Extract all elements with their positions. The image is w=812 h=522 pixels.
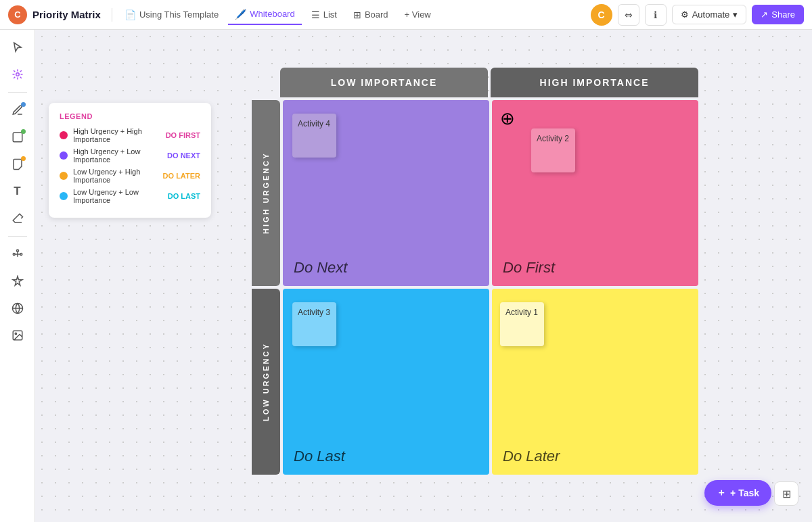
grid-icon: ⊞ — [782, 488, 791, 500]
sticky-activity1[interactable]: Activity 1 — [500, 302, 544, 346]
row-label-low-urgency: LOW URGENCY — [252, 289, 280, 475]
quadrant-do-later[interactable]: Activity 1 Do Later — [492, 289, 698, 475]
quadrant-do-first[interactable]: ⊕ Activity 2 Do First — [492, 100, 698, 286]
legend-dot-do-last — [60, 192, 68, 200]
board-icon: ⊞ — [353, 9, 361, 20]
add-task-button[interactable]: ＋ + Task — [704, 480, 771, 506]
top-navigation: C Priority Matrix 📄 Using This Template … — [0, 0, 812, 30]
legend-label-do-later: Low Urgency + High Importance — [73, 168, 158, 184]
quadrant-label-do-first: Do First — [503, 259, 555, 277]
legend-label-do-next: High Urgency + Low Importance — [73, 147, 162, 164]
toolbar-separator-1 — [8, 92, 27, 93]
topnav-right-actions: C ⇔ ℹ ⚙ Automate ▾ ↗ Share — [591, 4, 804, 26]
legend-label-do-last: Low Urgency + Low Importance — [73, 188, 162, 204]
legend-panel: LEGEND High Urgency + High Importance DO… — [49, 103, 211, 218]
sticky-activity4[interactable]: Activity 4 — [292, 114, 336, 158]
left-toolbar: T — [0, 30, 35, 522]
quadrant-do-next[interactable]: Activity 4 Do Next — [283, 100, 489, 286]
matrix-column-headers: LOW IMPORTANCE HIGH IMPORTANCE — [280, 68, 698, 97]
svg-point-3 — [20, 254, 22, 256]
chevron-down-icon: ▾ — [733, 9, 738, 20]
svg-point-0 — [16, 73, 19, 76]
matrix-grid: Activity 4 Do Next ⊕ Activity 2 Do First — [283, 100, 698, 475]
whiteboard-icon: 🖊️ — [235, 9, 246, 20]
legend-label-do-first: High Urgency + High Importance — [73, 127, 160, 143]
matrix-row-labels: HIGH URGENCY LOW URGENCY — [252, 100, 280, 475]
legend-action-do-first: DO FIRST — [166, 131, 200, 139]
row-label-high-urgency: HIGH URGENCY — [252, 100, 280, 286]
tab-add-view[interactable]: + View — [398, 5, 438, 24]
svg-point-2 — [13, 254, 15, 256]
legend-dot-do-first — [60, 131, 68, 139]
info-icon[interactable]: ℹ — [645, 4, 667, 26]
legend-title: LEGEND — [60, 112, 200, 120]
grid-view-button[interactable]: ⊞ — [774, 481, 798, 506]
nav-separator — [112, 8, 112, 22]
legend-item-do-later: Low Urgency + High Importance DO LATER — [60, 168, 200, 184]
pen-tool[interactable] — [5, 98, 30, 122]
ai-tool[interactable] — [5, 62, 30, 87]
toolbar-separator-2 — [8, 236, 27, 237]
svg-point-7 — [15, 333, 16, 334]
legend-item-do-first: High Urgency + High Importance DO FIRST — [60, 127, 200, 143]
legend-dot-do-next — [60, 151, 68, 160]
legend-action-do-last: DO LAST — [168, 192, 200, 200]
matrix-body: HIGH URGENCY LOW URGENCY Activity 4 Do N… — [252, 100, 698, 475]
legend-item-do-last: Low Urgency + Low Importance DO LAST — [60, 188, 200, 204]
legend-dot-do-later — [60, 172, 68, 180]
canvas-area[interactable]: LEGEND High Urgency + High Importance DO… — [35, 30, 812, 522]
legend-item-do-next: High Urgency + Low Importance DO NEXT — [60, 147, 200, 164]
sticky-activity3[interactable]: Activity 3 — [292, 302, 336, 346]
connect-tool[interactable] — [5, 242, 30, 266]
cursor-tool[interactable] — [5, 35, 30, 60]
sticky-activity2[interactable]: Activity 2 — [531, 128, 575, 172]
text-tool[interactable]: T — [5, 179, 30, 204]
list-icon: ☰ — [311, 9, 320, 20]
magic-tool[interactable] — [5, 269, 30, 293]
automate-icon: ⚙ — [681, 9, 689, 20]
tab-list[interactable]: ☰ List — [304, 5, 344, 24]
svg-point-4 — [16, 250, 18, 252]
app-title: Priority Matrix — [32, 9, 101, 20]
sticky-tool[interactable] — [5, 152, 30, 176]
quadrant-label-do-later: Do Later — [503, 448, 560, 465]
automate-button[interactable]: ⚙ Automate ▾ — [672, 5, 747, 24]
share-button[interactable]: ↗ Share — [752, 5, 804, 24]
quadrant-do-last[interactable]: Activity 3 Do Last — [283, 289, 489, 475]
image-tool[interactable] — [5, 323, 30, 348]
shape-tool[interactable] — [5, 125, 30, 149]
expand-icon[interactable]: ⇔ — [618, 4, 639, 26]
tab-whiteboard[interactable]: 🖊️ Whiteboard — [228, 5, 301, 25]
tab-using-template[interactable]: 📄 Using This Template — [118, 5, 225, 24]
share-icon: ↗ — [761, 9, 768, 20]
priority-matrix: LOW IMPORTANCE HIGH IMPORTANCE HIGH URGE… — [252, 68, 698, 507]
legend-action-do-later: DO LATER — [163, 172, 200, 180]
template-icon: 📄 — [125, 9, 136, 20]
quadrant-label-do-last: Do Last — [294, 448, 345, 465]
tab-board[interactable]: ⊞ Board — [346, 5, 395, 24]
eraser-tool[interactable] — [5, 206, 30, 231]
plus-icon: ＋ — [717, 487, 726, 499]
user-avatar[interactable]: C — [591, 4, 612, 26]
legend-action-do-next: DO NEXT — [167, 151, 200, 160]
quadrant-label-do-next: Do Next — [294, 259, 347, 277]
col-header-high-importance: HIGH IMPORTANCE — [491, 68, 698, 97]
alert-icon: ⊕ — [500, 108, 515, 129]
main-layout: T LEGEND High Urgency + High Importance … — [0, 30, 812, 522]
col-header-low-importance: LOW IMPORTANCE — [280, 68, 488, 97]
svg-rect-1 — [13, 133, 22, 142]
app-logo: C — [8, 5, 27, 24]
globe-tool[interactable] — [5, 296, 30, 321]
